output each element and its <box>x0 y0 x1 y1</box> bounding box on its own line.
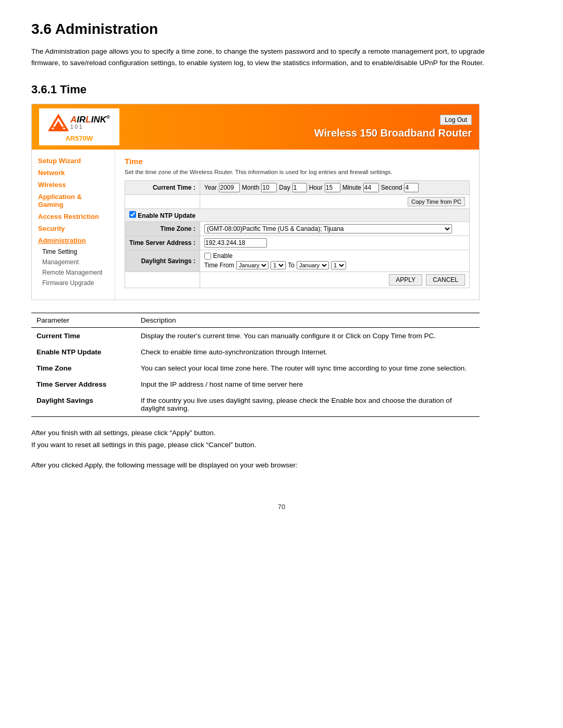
time-server-label: Time Server Address : <box>125 236 200 250</box>
time-from-label: Time From <box>204 262 235 269</box>
sidebar-item-app-gaming[interactable]: Application & Gaming <box>32 191 115 211</box>
desc-table-header-row: Parameter Description <box>31 313 480 328</box>
second-label: Second <box>381 184 402 191</box>
desc-cell: If the country you live uses daylight sa… <box>136 392 480 417</box>
time-server-input[interactable] <box>204 238 267 248</box>
timezone-select[interactable]: (GMT-08:00)Pacific Time (US & Canada); T… <box>204 224 452 233</box>
sidebar-item-security[interactable]: Security <box>32 223 115 235</box>
router-header: AIRLINK® 101 AR570W Log Out Wireless 150… <box>32 104 479 150</box>
year-label: Year <box>204 184 217 191</box>
copy-time-cell: Copy Time from PC <box>200 195 469 209</box>
desc-cell: Check to enable time auto-synchronizatio… <box>136 344 480 360</box>
param-header: Parameter <box>31 313 136 328</box>
model-label: AR570W <box>65 134 93 142</box>
intro-text: The Administration page allows you to sp… <box>31 46 500 68</box>
action-cell: APPLY CANCEL <box>200 272 469 288</box>
month-input[interactable] <box>261 183 277 192</box>
section-title: 3.6.1 Time <box>31 83 532 96</box>
param-cell: Enable NTP Update <box>31 344 136 360</box>
time-to-month-select[interactable]: January <box>297 261 329 269</box>
current-time-row: Current Time : Year Month Day Hour Minut… <box>125 181 470 195</box>
footer-text: After you finish with all settings, plea… <box>31 427 532 451</box>
current-time-fields: Year Month Day Hour Minute Second <box>204 183 465 192</box>
minute-input[interactable] <box>363 183 379 192</box>
cancel-button[interactable]: CANCEL <box>426 274 465 286</box>
timezone-label: Time Zone : <box>125 222 200 236</box>
daylight-enable-checkbox[interactable] <box>204 253 211 260</box>
daylight-fields: Enable <box>204 252 465 260</box>
desc-cell: You can select your local time zone here… <box>136 360 480 376</box>
apply-button[interactable]: APPLY <box>389 274 422 286</box>
enable-ntp-row: Enable NTP Update <box>125 209 470 222</box>
enable-ntp-cell: Enable NTP Update <box>125 209 470 222</box>
hour-input[interactable] <box>325 183 340 192</box>
page-title: 3.6 Administration <box>31 21 532 38</box>
logout-button[interactable]: Log Out <box>440 115 472 125</box>
sidebar-subitem-remote-management[interactable]: Remote Management <box>32 267 115 278</box>
time-to-label: To <box>288 262 295 269</box>
router-body: Setup Wizard Network Wireless Applicatio… <box>32 150 479 300</box>
timezone-row: Time Zone : (GMT-08:00)Pacific Time (US … <box>125 222 470 236</box>
daylight-label: Daylight Savings : <box>125 250 200 272</box>
current-time-label: Current Time : <box>125 181 200 195</box>
router-ui: AIRLINK® 101 AR570W Log Out Wireless 150… <box>31 104 480 300</box>
month-label: Month <box>242 184 259 191</box>
desc-cell: Display the router's current time. You c… <box>136 328 480 344</box>
airlink-logo-icon <box>48 114 68 131</box>
year-input[interactable] <box>219 183 240 192</box>
second-input[interactable] <box>404 183 419 192</box>
daylight-value-cell: Enable Time From January 1 To <box>200 250 469 272</box>
table-row: Current TimeDisplay the router's current… <box>31 328 480 344</box>
footer-line3: After you clicked Apply, the following m… <box>31 460 532 472</box>
table-row: Time Server AddressInput the IP address … <box>31 376 480 392</box>
main-content-area: Time Set the time zone of the Wireless R… <box>115 150 479 300</box>
param-cell: Time Zone <box>31 360 136 376</box>
daylight-row: Daylight Savings : Enable Time From Janu… <box>125 250 470 272</box>
timezone-value-cell: (GMT-08:00)Pacific Time (US & Canada); T… <box>200 222 469 236</box>
enable-ntp-label: Enable NTP Update <box>138 212 195 219</box>
time-server-row: Time Server Address : <box>125 236 470 250</box>
time-to-day-select[interactable]: 1 <box>331 261 346 269</box>
sidebar-item-access-restriction[interactable]: Access Restriction <box>32 211 115 223</box>
time-form-table: Current Time : Year Month Day Hour Minut… <box>125 180 470 288</box>
table-row: Daylight SavingsIf the country you live … <box>31 392 480 417</box>
copy-time-button[interactable]: Copy Time from PC <box>408 197 465 206</box>
logo-area: AIRLINK® 101 AR570W <box>39 108 119 145</box>
time-server-value-cell <box>200 236 469 250</box>
param-cell: Current Time <box>31 328 136 344</box>
sidebar-subitem-management[interactable]: Management <box>32 257 115 267</box>
footer-text2: After you clicked Apply, the following m… <box>31 460 532 472</box>
router-title: Wireless 150 Broadband Router <box>314 127 472 139</box>
hour-label: Hour <box>309 184 323 191</box>
table-row: Enable NTP UpdateCheck to enable time au… <box>31 344 480 360</box>
sidebar-subitem-firmware-upgrade[interactable]: Firmware Upgrade <box>32 278 115 288</box>
desc-header: Description <box>136 313 480 328</box>
sidebar-item-wireless[interactable]: Wireless <box>32 179 115 191</box>
daylight-time-fields: Time From January 1 To January <box>204 261 465 269</box>
day-label: Day <box>279 184 290 191</box>
footer-line2: If you want to reset all settings in thi… <box>31 439 532 451</box>
table-row: Time ZoneYou can select your local time … <box>31 360 480 376</box>
page-number: 70 <box>31 503 532 511</box>
desc-cell: Input the IP address / host name of time… <box>136 376 480 392</box>
sidebar-item-setup-wizard[interactable]: Setup Wizard <box>32 155 115 167</box>
time-from-day-select[interactable]: 1 <box>271 261 286 269</box>
action-row: APPLY CANCEL <box>125 272 470 288</box>
sidebar-item-network[interactable]: Network <box>32 167 115 179</box>
time-from-month-select[interactable]: January <box>236 261 268 269</box>
sidebar: Setup Wizard Network Wireless Applicatio… <box>32 150 115 300</box>
param-cell: Daylight Savings <box>31 392 136 417</box>
daylight-enable-label: Enable <box>213 252 232 260</box>
minute-label: Minute <box>342 184 361 191</box>
footer-line1: After you finish with all settings, plea… <box>31 427 532 439</box>
sidebar-subitem-time-setting[interactable]: Time Setting <box>32 246 115 257</box>
current-time-value-cell: Year Month Day Hour Minute Second <box>200 181 469 195</box>
sidebar-item-administration[interactable]: Administration <box>32 235 115 246</box>
header-right: Log Out Wireless 150 Broadband Router <box>119 115 472 139</box>
param-cell: Time Server Address <box>31 376 136 392</box>
description-table: Parameter Description Current TimeDispla… <box>31 313 480 417</box>
time-section-header: Time <box>125 157 470 166</box>
day-input[interactable] <box>292 183 307 192</box>
enable-ntp-checkbox[interactable] <box>129 211 136 218</box>
copy-time-row: Copy Time from PC <box>125 195 470 209</box>
